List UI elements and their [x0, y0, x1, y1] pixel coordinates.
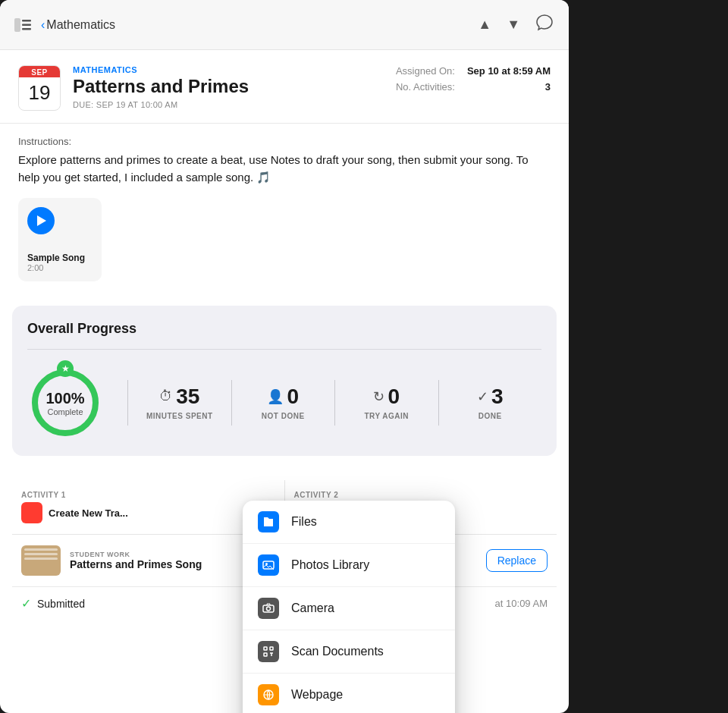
circle-percent: 100%	[46, 390, 84, 407]
progress-stats: ★ 100% Complete ⏱ 35 MINUTES SPENT	[27, 365, 541, 441]
nav-actions: ▲ ▼	[475, 11, 557, 39]
svg-point-5	[265, 563, 268, 565]
activity-1-label: ACTIVITY 1	[21, 491, 275, 499]
nav-title: Mathematics	[46, 18, 115, 32]
scan-icon	[258, 641, 279, 662]
svg-rect-3	[22, 28, 31, 30]
stat-done-label: DONE	[479, 412, 502, 420]
assigned-on-row: Assigned On: Sep 10 at 8:59 AM	[396, 65, 551, 77]
calendar-icon: SEP 19	[18, 65, 61, 111]
sidebar-toggle-button[interactable]	[12, 17, 33, 33]
nav-comment-button[interactable]	[532, 11, 557, 39]
nav-up-button[interactable]: ▲	[475, 14, 494, 36]
stat-try-again-value: 0	[388, 386, 400, 407]
song-duration: 2:00	[27, 263, 93, 272]
submitted-check-icon: ✓	[21, 596, 31, 611]
stat-done: ✓ 3 DONE	[439, 386, 542, 420]
assignment-title: Patterns and Primes	[73, 76, 396, 97]
camera-icon	[258, 598, 279, 619]
play-button[interactable]	[27, 207, 55, 234]
song-title: Sample Song	[27, 253, 93, 263]
stat-minutes-value: 35	[176, 386, 199, 407]
webpage-icon	[258, 684, 279, 705]
menu-item-webpage[interactable]: Webpage	[243, 674, 455, 713]
files-icon	[258, 511, 279, 532]
stat-try-again: ↻ 0 TRY AGAIN	[335, 386, 438, 420]
progress-divider	[27, 349, 541, 350]
nav-bar: ‹ Mathematics ▲ ▼	[0, 0, 569, 50]
files-label: Files	[291, 515, 317, 529]
calendar-month: SEP	[19, 66, 60, 77]
camera-label: Camera	[291, 601, 334, 615]
thumb-line-3	[24, 558, 58, 560]
replace-button[interactable]: Replace	[486, 549, 548, 572]
assigned-on-value: Sep 10 at 8:59 AM	[467, 65, 551, 77]
instructions-label: Instructions:	[18, 136, 551, 147]
activities-row: No. Activities: 3	[396, 81, 551, 93]
thumb-line-1	[24, 548, 58, 551]
thumbnail-lines	[24, 548, 58, 562]
menu-item-camera[interactable]: Camera	[243, 587, 455, 630]
progress-circle-container: ★ 100% Complete	[27, 365, 103, 441]
chevron-left-icon: ‹	[41, 18, 45, 32]
circle-complete-label: Complete	[46, 407, 84, 416]
svg-rect-8	[264, 647, 267, 650]
submitted-text: Submitted	[37, 598, 85, 610]
thumb-line-2	[24, 553, 58, 555]
stat-not-done: 👤 0 NOT DONE	[232, 386, 335, 420]
progress-circle: ★ 100% Complete	[27, 365, 103, 441]
stat-try-again-label: TRY AGAIN	[364, 412, 409, 420]
svg-rect-9	[270, 647, 273, 650]
svg-rect-0	[14, 18, 20, 32]
subject-label: MATHEMATICS	[73, 65, 396, 74]
stat-not-done-top: 👤 0	[267, 386, 299, 407]
svg-rect-1	[22, 20, 31, 22]
circle-text: 100% Complete	[46, 390, 84, 416]
circle-star: ★	[57, 360, 74, 377]
activities-value: 3	[545, 81, 551, 93]
assignment-info: MATHEMATICS Patterns and Primes DUE: SEP…	[73, 65, 396, 111]
stat-try-again-top: ↻ 0	[373, 386, 400, 407]
instructions-section: Instructions: Explore patterns and prime…	[0, 124, 569, 306]
progress-section: Overall Progress ★ 100% Complete	[12, 306, 557, 456]
menu-item-scan[interactable]: Scan Documents	[243, 630, 455, 674]
assignment-meta: Assigned On: Sep 10 at 8:59 AM No. Activ…	[396, 65, 551, 111]
not-done-icon: 👤	[267, 388, 284, 405]
instructions-text: Explore patterns and primes to create a …	[18, 152, 551, 186]
back-button[interactable]: ‹ Mathematics	[41, 18, 115, 32]
scan-label: Scan Documents	[291, 645, 384, 658]
svg-rect-10	[264, 653, 267, 656]
svg-rect-2	[22, 24, 31, 26]
menu-item-photos[interactable]: Photos Library	[243, 544, 455, 587]
try-again-icon: ↻	[373, 388, 384, 405]
progress-title: Overall Progress	[27, 321, 541, 337]
svg-point-7	[267, 607, 271, 611]
stat-not-done-label: NOT DONE	[262, 412, 305, 420]
dropdown-menu: Files Photos Library Camera	[243, 501, 455, 713]
student-work-thumbnail	[21, 545, 61, 576]
activity-1-title: Create New Tra...	[49, 507, 128, 519]
stat-done-top: ✓ 3	[477, 386, 504, 407]
sample-song-card[interactable]: Sample Song 2:00	[18, 198, 102, 281]
due-date: DUE: SEP 19 AT 10:00 AM	[73, 100, 396, 109]
right-panel	[569, 0, 728, 713]
photos-label: Photos Library	[291, 558, 369, 572]
activity-1-icon-row: Create New Tra...	[21, 502, 275, 523]
calendar-day: 19	[19, 77, 60, 106]
nav-down-button[interactable]: ▼	[504, 14, 523, 36]
submitted-time: at 10:09 AM	[495, 598, 548, 609]
webpage-label: Webpage	[291, 688, 343, 702]
photos-icon	[258, 554, 279, 576]
stat-done-value: 3	[491, 386, 504, 407]
clock-icon: ⏱	[159, 388, 173, 404]
assigned-on-label: Assigned On:	[396, 65, 455, 77]
activity-1-icon	[21, 502, 42, 523]
stat-minutes-spent: ⏱ 35 MINUTES SPENT	[128, 386, 231, 420]
activity-2-label: ACTIVITY 2	[294, 491, 548, 499]
assignment-header: SEP 19 MATHEMATICS Patterns and Primes D…	[0, 50, 569, 124]
activities-label: No. Activities:	[396, 81, 455, 93]
stat-minutes-top: ⏱ 35	[159, 386, 199, 407]
stat-minutes-label: MINUTES SPENT	[146, 412, 213, 420]
stat-not-done-value: 0	[287, 386, 299, 407]
menu-item-files[interactable]: Files	[243, 501, 455, 544]
